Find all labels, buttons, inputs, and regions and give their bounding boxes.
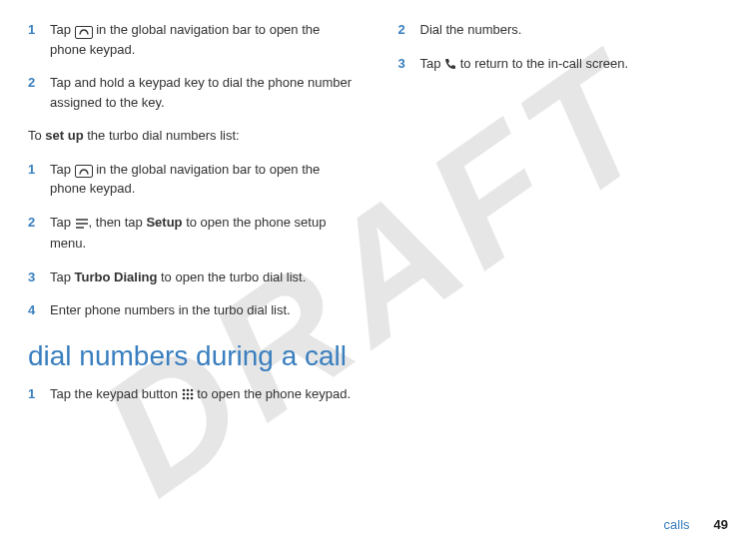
step-text: Tap in the global navigation bar to open… — [50, 160, 359, 199]
svg-point-8 — [190, 392, 193, 395]
text-part: Tap — [420, 56, 445, 71]
step-text: Tap the keypad button to open the phone … — [50, 384, 359, 406]
nav-phone-icon — [75, 26, 93, 39]
text-part: , then tap — [89, 215, 147, 230]
turbo-setup-step-1: 1 Tap in the global navigation bar to op… — [28, 160, 359, 199]
step-number: 1 — [28, 384, 50, 406]
step-number: 2 — [28, 213, 50, 254]
step-number: 2 — [398, 20, 420, 40]
text-part: Tap — [50, 215, 75, 230]
text-part: Tap the keypad button — [50, 386, 182, 401]
handset-icon — [444, 56, 456, 76]
svg-point-9 — [182, 396, 185, 399]
page-footer: calls49 — [664, 517, 728, 532]
svg-point-7 — [186, 392, 189, 395]
footer-page-number: 49 — [714, 517, 728, 532]
turbo-setup-step-3: 3 Tap Turbo Dialing to open the turbo di… — [28, 268, 359, 287]
step-text: Tap and hold a keypad key to dial the ph… — [50, 73, 359, 112]
svg-point-6 — [182, 392, 185, 395]
svg-point-10 — [186, 396, 189, 399]
text-part: Tap — [50, 162, 75, 177]
section-heading-dial-during-call: dial numbers during a call — [28, 340, 359, 372]
dial-call-step-2: 2 Dial the numbers. — [398, 20, 729, 40]
keypad-icon — [182, 386, 194, 406]
text-part: Tap — [50, 22, 75, 37]
menu-icon — [75, 215, 89, 235]
left-column: 1 Tap in the global navigation bar to op… — [28, 20, 359, 419]
svg-point-11 — [190, 396, 193, 399]
step-number: 1 — [28, 20, 50, 59]
text-part: the turbo dial numbers list: — [84, 128, 240, 143]
step-number: 1 — [28, 160, 50, 199]
turbo-setup-step-2: 2 Tap , then tap Setup to open the phone… — [28, 213, 359, 254]
text-part: To — [28, 128, 45, 143]
setup-bold: set up — [45, 128, 83, 143]
turbo-use-step-1: 1 Tap in the global navigation bar to op… — [28, 20, 359, 59]
step-number: 4 — [28, 300, 50, 320]
footer-section: calls — [664, 517, 690, 532]
dial-call-step-1: 1 Tap the keypad button to open the phon… — [28, 384, 359, 406]
svg-point-4 — [186, 388, 189, 391]
content-columns: 1 Tap in the global navigation bar to op… — [28, 20, 728, 419]
step-number: 3 — [398, 54, 420, 76]
step-text: Tap to return to the in-call screen. — [420, 54, 729, 76]
text-part: Tap — [50, 270, 75, 284]
step-number: 2 — [28, 73, 50, 112]
step-number: 3 — [28, 268, 50, 287]
svg-point-5 — [190, 388, 193, 391]
nav-phone-icon — [75, 165, 93, 178]
turbo-dialing-label: Turbo Dialing — [75, 270, 158, 284]
step-text: Enter phone numbers in the turbo dial li… — [50, 300, 359, 320]
turbo-setup-step-4: 4 Enter phone numbers in the turbo dial … — [28, 300, 359, 320]
turbo-use-step-2: 2 Tap and hold a keypad key to dial the … — [28, 73, 359, 112]
svg-point-3 — [182, 388, 185, 391]
right-column: 2 Dial the numbers. 3 Tap to return to t… — [398, 20, 729, 419]
step-text: Tap Turbo Dialing to open the turbo dial… — [50, 268, 359, 287]
text-part: to open the turbo dial list. — [157, 270, 306, 284]
setup-intro: To set up the turbo dial numbers list: — [28, 126, 359, 146]
dial-call-step-3: 3 Tap to return to the in-call screen. — [398, 54, 729, 76]
text-part: to open the phone keypad. — [194, 386, 352, 401]
step-text: Tap , then tap Setup to open the phone s… — [50, 213, 359, 254]
step-text: Dial the numbers. — [420, 20, 729, 40]
text-part: to return to the in-call screen. — [456, 56, 628, 71]
step-text: Tap in the global navigation bar to open… — [50, 20, 359, 59]
setup-label: Setup — [146, 215, 182, 230]
